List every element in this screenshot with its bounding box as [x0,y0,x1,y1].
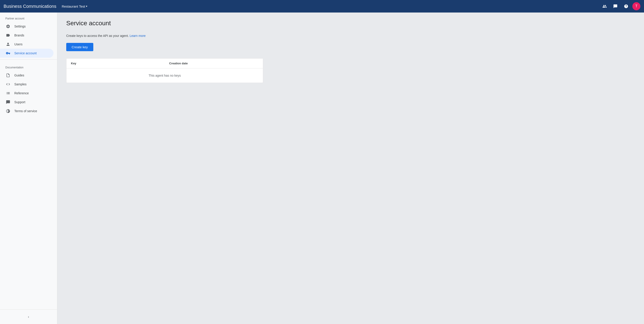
sidebar-item-brands[interactable]: Brands [0,31,54,40]
page-title: Service account [66,20,635,27]
settings-label: Settings [14,24,26,28]
guides-icon [5,73,11,78]
sidebar-item-guides[interactable]: Guides [0,71,54,80]
sidebar-item-users[interactable]: Users [0,40,54,49]
description-text: Create keys to access the API as your ag… [66,34,635,37]
agent-selector[interactable]: Restaurant Test ▾ [62,4,88,8]
sidebar-item-settings[interactable]: Settings [0,22,54,31]
keys-table: Key Creation date This agent has no keys [66,58,263,83]
table-header-creation-date: Creation date [165,59,263,68]
guides-label: Guides [14,74,24,77]
chat-icon [613,4,618,8]
description-text-content: Create keys to access the API as your ag… [66,34,129,37]
table-header-key: Key [66,59,165,68]
people-icon-button[interactable] [600,2,609,11]
terms-label: Terms of service [14,109,37,113]
reference-label: Reference [14,91,29,95]
sidebar-item-support[interactable]: Support [0,98,54,107]
user-avatar[interactable]: T [632,2,640,10]
support-label: Support [14,100,25,104]
app-title: Business Communications [4,4,56,9]
brands-icon [5,33,11,37]
partner-account-label: Partner account [0,12,57,22]
samples-label: Samples [14,82,26,86]
sidebar-item-terms[interactable]: Terms of service [0,107,54,116]
learn-more-link[interactable]: Learn more [130,34,146,37]
collapse-icon: ‹ [28,315,29,319]
help-icon-button[interactable] [622,2,630,11]
sidebar-item-service-account[interactable]: Service account [0,49,54,58]
chat-icon-button[interactable] [611,2,620,11]
sidebar-divider [0,59,57,60]
help-icon [624,4,628,8]
samples-icon [5,82,11,86]
sidebar-item-samples[interactable]: Samples [0,80,54,89]
collapse-sidebar-button[interactable]: ‹ [25,313,32,321]
create-key-button[interactable]: Create key [66,43,93,51]
table-header: Key Creation date [66,59,263,68]
top-navigation: Business Communications Restaurant Test … [0,0,644,12]
sidebar-item-reference[interactable]: Reference [0,89,54,98]
reference-icon [5,91,11,95]
documentation-label: Documentation [0,61,57,71]
settings-icon [5,24,11,29]
brands-label: Brands [14,33,24,37]
users-icon [5,42,11,46]
sidebar-bottom: ‹ [0,310,57,324]
main-layout: Partner account Settings Brands [0,12,644,324]
chevron-down-icon: ▾ [86,5,87,8]
terms-icon [5,109,11,113]
table-empty-message: This agent has no keys [66,68,263,83]
support-icon [5,100,11,104]
sidebar: Partner account Settings Brands [0,12,57,324]
users-label: Users [14,42,22,46]
main-content: Service account Create keys to access th… [57,12,644,324]
service-account-label: Service account [14,51,37,55]
people-icon [602,4,607,8]
key-icon [5,51,11,55]
agent-name: Restaurant Test [62,4,85,8]
nav-icons-group: T [600,2,640,11]
